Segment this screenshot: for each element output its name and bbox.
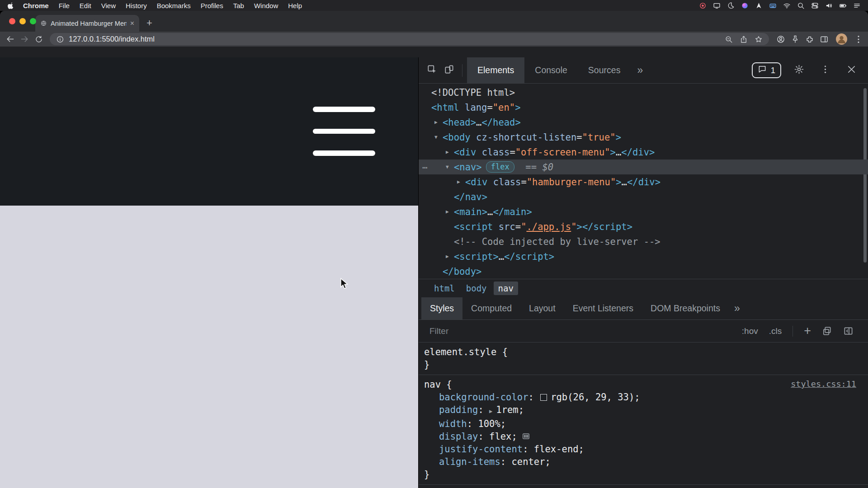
apple-menu-icon[interactable] bbox=[7, 2, 14, 9]
menubar-item-chrome[interactable]: Chrome bbox=[18, 2, 54, 9]
spotlight-icon[interactable] bbox=[797, 2, 805, 9]
device-toolbar-button[interactable] bbox=[440, 62, 458, 79]
menubar-item-view[interactable]: View bbox=[96, 2, 121, 9]
pin-icon[interactable] bbox=[791, 35, 800, 44]
toggle-element-state-button[interactable]: :hov bbox=[742, 326, 758, 336]
row-actions-icon[interactable]: ⋯ bbox=[422, 162, 427, 172]
styles-tab-computed[interactable]: Computed bbox=[462, 297, 520, 319]
dock-sidebar-icon[interactable] bbox=[843, 326, 854, 336]
twisty-icon[interactable]: ▶ bbox=[434, 119, 443, 125]
breadcrumb-html[interactable]: html bbox=[429, 282, 459, 295]
zoom-icon[interactable] bbox=[725, 35, 733, 43]
tab-close-icon[interactable]: × bbox=[130, 20, 134, 27]
bookmark-star-icon[interactable] bbox=[755, 35, 763, 43]
styles-tab-styles[interactable]: Styles bbox=[421, 297, 462, 319]
side-panel-icon[interactable] bbox=[820, 35, 829, 44]
dom-tree-row[interactable]: <script src="./app.js"></script> bbox=[419, 219, 868, 234]
screen-recording-icon[interactable] bbox=[699, 2, 707, 9]
profile-avatar[interactable] bbox=[836, 33, 847, 45]
twisty-icon[interactable]: ▶ bbox=[446, 149, 454, 155]
element-classes-button[interactable]: .cls bbox=[769, 326, 782, 336]
twisty-icon[interactable]: ▶ bbox=[457, 179, 465, 185]
styles-tab-layout[interactable]: Layout bbox=[520, 297, 564, 319]
menubar-item-history[interactable]: History bbox=[121, 2, 152, 9]
menubar-item-help[interactable]: Help bbox=[283, 2, 307, 9]
new-style-rule-button[interactable]: + bbox=[804, 325, 811, 337]
share-icon[interactable] bbox=[740, 35, 748, 43]
dom-tree-row[interactable]: ▼<body cz-shortcut-listen="true"> bbox=[419, 130, 868, 145]
flex-badge[interactable]: flex bbox=[486, 161, 514, 173]
window-close-button[interactable] bbox=[9, 18, 15, 24]
dom-tree-row[interactable]: ▶<div class="hamburger-menu">…</div> bbox=[419, 174, 868, 189]
menubar-item-profiles[interactable]: Profiles bbox=[196, 2, 228, 9]
breadcrumb-nav[interactable]: nav bbox=[494, 282, 518, 295]
color-swatch[interactable] bbox=[540, 394, 547, 401]
display-icon[interactable] bbox=[713, 2, 721, 9]
menubar-item-edit[interactable]: Edit bbox=[75, 2, 96, 9]
css-property-row[interactable]: padding: ▶1rem; bbox=[424, 404, 868, 418]
twisty-icon[interactable]: ▶ bbox=[446, 209, 454, 215]
menubar-item-tab[interactable]: Tab bbox=[228, 2, 249, 9]
forward-button[interactable] bbox=[18, 33, 31, 45]
dom-tree-row[interactable]: ▶<script>…</script> bbox=[419, 249, 868, 264]
window-minimize-button[interactable] bbox=[19, 18, 26, 24]
site-info-icon[interactable] bbox=[56, 35, 64, 43]
styles-more-tabs-button[interactable]: » bbox=[729, 302, 745, 314]
css-property-row[interactable]: display: flex; bbox=[424, 430, 868, 443]
control-center-icon[interactable] bbox=[811, 2, 819, 9]
devtools-tab-sources[interactable]: Sources bbox=[578, 57, 631, 83]
dom-tree-row[interactable]: <html lang="en"> bbox=[419, 100, 868, 115]
twisty-icon[interactable]: ▼ bbox=[446, 164, 454, 170]
copy-styles-icon[interactable] bbox=[822, 326, 832, 336]
devtools-tab-elements[interactable]: Elements bbox=[467, 57, 524, 83]
css-property-row[interactable]: justify-content: flex-end; bbox=[424, 443, 868, 455]
dom-tree-row[interactable]: <!DOCTYPE html> bbox=[419, 85, 868, 100]
dom-tree-row[interactable]: <!-- Code injected by live-server --> bbox=[419, 234, 868, 249]
devtools-settings-button[interactable] bbox=[790, 62, 807, 79]
dom-tree-row[interactable]: ▶<main>…</main> bbox=[419, 204, 868, 219]
styles-tab-event-listeners[interactable]: Event Listeners bbox=[564, 297, 642, 319]
stylesheet-link[interactable]: styles.css:11 bbox=[791, 379, 856, 389]
menubar-item-file[interactable]: File bbox=[54, 2, 75, 9]
wifi-icon[interactable] bbox=[783, 2, 791, 9]
menubar-item-window[interactable]: Window bbox=[249, 2, 283, 9]
location-icon[interactable] bbox=[755, 2, 763, 9]
volume-icon[interactable] bbox=[825, 2, 833, 9]
keyboard-icon[interactable] bbox=[769, 2, 777, 9]
issues-button[interactable]: 1 bbox=[752, 62, 781, 78]
menu-list-icon[interactable] bbox=[853, 2, 861, 9]
dom-tree-row[interactable]: ⋯▼<nav>flex == $0 bbox=[419, 160, 868, 174]
new-tab-button[interactable]: + bbox=[146, 18, 152, 28]
extensions-puzzle-icon[interactable] bbox=[805, 35, 814, 44]
menubar-item-bookmarks[interactable]: Bookmarks bbox=[152, 2, 196, 9]
twisty-icon[interactable]: ▶ bbox=[446, 253, 454, 259]
twisty-icon[interactable]: ▼ bbox=[434, 134, 443, 140]
expand-shorthand-icon[interactable]: ▶ bbox=[489, 408, 492, 414]
dom-tree-row[interactable]: ▶<div class="off-screen-menu">…</div> bbox=[419, 145, 868, 160]
browser-tab[interactable]: Animated Hamburger Menu × bbox=[35, 15, 139, 32]
hamburger-menu[interactable] bbox=[313, 107, 375, 156]
battery-icon[interactable] bbox=[839, 2, 847, 9]
dom-tree-row[interactable]: ▶<head>…</head> bbox=[419, 115, 868, 130]
css-property-row[interactable]: width: 100%; bbox=[424, 418, 868, 430]
reload-button[interactable] bbox=[33, 33, 45, 45]
browser-menu-kebab-icon[interactable] bbox=[854, 34, 863, 44]
devtools-close-button[interactable] bbox=[843, 62, 860, 79]
breadcrumb-body[interactable]: body bbox=[462, 282, 491, 295]
focus-icon[interactable] bbox=[727, 2, 735, 9]
more-tabs-button[interactable]: » bbox=[631, 64, 649, 76]
siri-icon[interactable] bbox=[741, 2, 749, 9]
flex-editor-icon[interactable] bbox=[521, 431, 531, 440]
address-bar[interactable]: 127.0.0.1:5500/index.html bbox=[50, 33, 769, 45]
back-button[interactable] bbox=[4, 33, 16, 45]
styles-tab-dom-breakpoints[interactable]: DOM Breakpoints bbox=[642, 297, 729, 319]
css-property-row[interactable]: background-color: rgb(26, 29, 33); bbox=[424, 391, 868, 404]
window-zoom-button[interactable] bbox=[30, 18, 36, 24]
token-link[interactable]: ./app.js bbox=[526, 221, 571, 232]
rule-selector-line[interactable]: element.style { bbox=[424, 346, 868, 358]
devtools-tab-console[interactable]: Console bbox=[524, 57, 578, 83]
account-extension-icon[interactable] bbox=[776, 35, 785, 44]
dom-tree-row[interactable]: </nav> bbox=[419, 189, 868, 204]
devtools-menu-button[interactable] bbox=[816, 62, 834, 79]
dom-tree-row[interactable]: </body> bbox=[419, 264, 868, 279]
